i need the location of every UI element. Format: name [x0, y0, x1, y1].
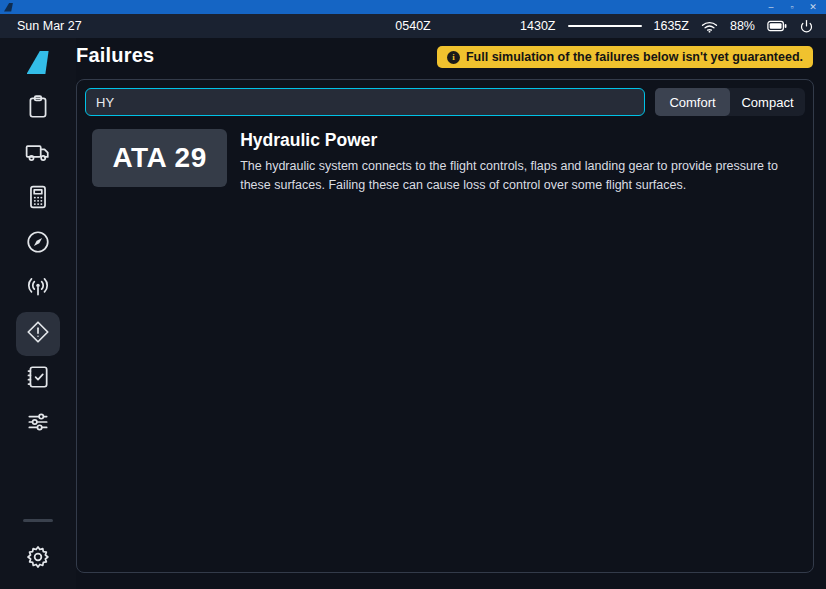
status-utc-time: 0540Z	[395, 19, 430, 33]
sidebar-item-dispatch[interactable]	[16, 132, 60, 176]
failures-page: Failures i Full simulation of the failur…	[76, 38, 826, 589]
sidebar-item-performance[interactable]	[16, 177, 60, 221]
simulation-warning-banner: i Full simulation of the failures below …	[437, 46, 813, 68]
flight-progress-bar	[568, 25, 642, 27]
broadcast-icon	[25, 274, 51, 304]
toggle-compact[interactable]: Compact	[730, 88, 805, 116]
sidebar-divider	[23, 519, 53, 522]
window-app-icon	[4, 3, 13, 12]
page-title: Failures	[76, 44, 154, 67]
battery-percent: 88%	[730, 19, 755, 33]
sidebar-item-failures[interactable]	[16, 312, 60, 356]
flybywire-logo-icon	[27, 51, 50, 74]
leg-start-time: 1430Z	[520, 19, 555, 33]
failure-description: The hydraulic system connects to the fli…	[240, 157, 805, 195]
calculator-icon	[25, 184, 51, 214]
view-mode-toggle: Comfort Compact	[655, 88, 805, 116]
sidebar-item-dashboard[interactable]	[16, 87, 60, 131]
sliders-icon	[25, 409, 51, 439]
sidebar-item-navigation[interactable]	[16, 222, 60, 266]
failure-title: Hydraulic Power	[240, 130, 805, 151]
sidebar-item-checklists[interactable]	[16, 357, 60, 401]
failures-panel: Comfort Compact ATA 29 Hydraulic Power T…	[76, 79, 814, 573]
power-icon[interactable]	[799, 19, 814, 34]
wifi-icon	[701, 20, 718, 33]
window-minimize-button[interactable]: –	[765, 0, 777, 14]
failure-card-ata29[interactable]: ATA 29 Hydraulic Power The hydraulic sys…	[85, 129, 805, 195]
efb-screen: – ▫ ✕ Sun Mar 27 0540Z 1430Z 1635Z 88%	[0, 0, 826, 589]
sidebar-item-atc[interactable]	[16, 267, 60, 311]
window-maximize-button[interactable]: ▫	[786, 0, 798, 14]
sidebar	[0, 38, 76, 589]
failure-diamond-icon	[25, 319, 51, 349]
gear-icon	[25, 544, 51, 574]
truck-icon	[25, 139, 51, 169]
clipboard-icon	[25, 94, 51, 124]
leg-end-time: 1635Z	[654, 19, 689, 33]
checklist-icon	[25, 364, 51, 394]
sidebar-item-settings[interactable]	[16, 537, 60, 581]
battery-icon	[767, 20, 787, 32]
failure-search-input[interactable]	[85, 88, 645, 116]
toggle-comfort[interactable]: Comfort	[655, 88, 730, 116]
compass-icon	[25, 229, 51, 259]
status-bar: Sun Mar 27 0540Z 1430Z 1635Z 88%	[0, 14, 826, 38]
info-icon: i	[447, 51, 460, 64]
window-titlebar: – ▫ ✕	[0, 0, 826, 14]
window-close-button[interactable]: ✕	[807, 0, 819, 14]
banner-text: Full simulation of the failures below is…	[466, 50, 803, 64]
sidebar-item-presets[interactable]	[16, 402, 60, 446]
ata-chapter-badge: ATA 29	[92, 129, 227, 187]
status-date: Sun Mar 27	[17, 19, 82, 33]
